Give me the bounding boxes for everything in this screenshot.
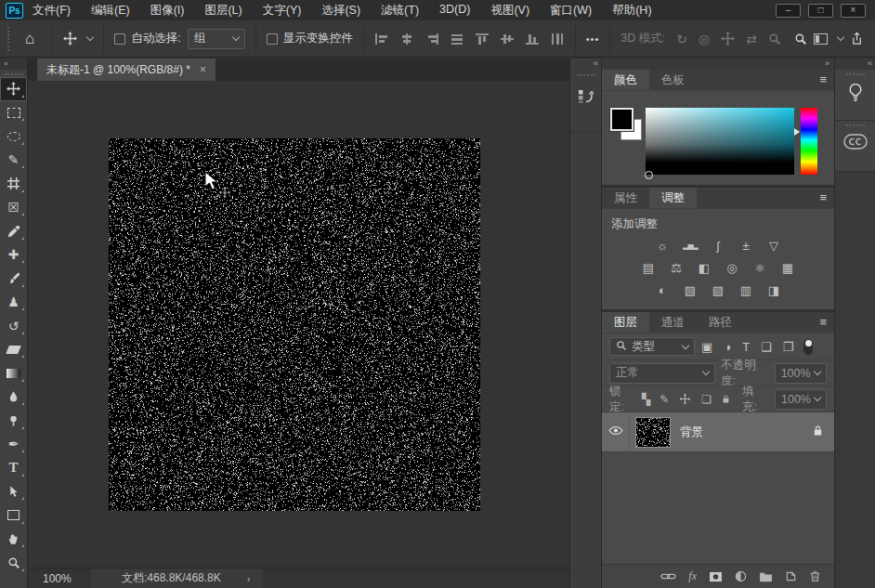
- show-transform-option[interactable]: 显示变换控件: [267, 31, 353, 46]
- filter-smart-objects-icon[interactable]: ❐: [783, 340, 794, 354]
- move-tool-preset-icon[interactable]: [63, 32, 77, 46]
- fill-dropdown[interactable]: 100%: [775, 389, 827, 410]
- tool-rectangle[interactable]: [0, 503, 27, 528]
- link-layers-button[interactable]: [660, 571, 676, 581]
- panel-menu-icon[interactable]: ≡: [819, 72, 827, 86]
- menu-item-2[interactable]: 图像(I): [150, 3, 185, 19]
- foreground-color-swatch[interactable]: [610, 108, 633, 131]
- tab-adjustments[interactable]: 调整: [649, 188, 697, 208]
- menu-item-5[interactable]: 选择(S): [321, 3, 360, 19]
- menu-item-4[interactable]: 文字(Y): [263, 3, 302, 19]
- posterize-icon[interactable]: ▨: [681, 281, 699, 298]
- align-left-icon[interactable]: [374, 33, 389, 46]
- exposure-icon[interactable]: ±: [737, 237, 755, 254]
- tab-swatches[interactable]: 色板: [649, 70, 697, 90]
- tool-dodge[interactable]: [0, 409, 27, 433]
- selective-color-icon[interactable]: ◨: [764, 281, 783, 298]
- tool-eraser[interactable]: [0, 338, 27, 362]
- tool-history-brush[interactable]: ↺: [0, 314, 27, 338]
- 3d-orbit-icon[interactable]: ↻: [676, 32, 687, 46]
- chevron-down-icon[interactable]: [837, 33, 844, 41]
- chevron-down-icon[interactable]: [86, 33, 94, 41]
- color-picker-circle[interactable]: [645, 171, 653, 179]
- layer-lock-icon[interactable]: [813, 425, 823, 439]
- close-icon[interactable]: ×: [200, 63, 206, 76]
- distribute-vertical-icon[interactable]: [450, 33, 464, 46]
- hue-saturation-icon[interactable]: ▤: [639, 259, 658, 276]
- home-icon[interactable]: ⌂: [25, 30, 34, 48]
- tool-rectangular-marquee[interactable]: [0, 101, 27, 125]
- tool-type[interactable]: T: [0, 456, 27, 480]
- creative-cloud-button[interactable]: [835, 121, 875, 172]
- maximize-button[interactable]: □: [808, 4, 833, 18]
- close-button[interactable]: ×: [841, 4, 866, 18]
- learn-panel-button[interactable]: [835, 70, 875, 121]
- auto-select-option[interactable]: 自动选择:: [114, 31, 180, 46]
- minimize-button[interactable]: –: [776, 4, 801, 18]
- brightness-contrast-icon[interactable]: ☼: [653, 237, 672, 254]
- layer-filter-toggle[interactable]: [803, 339, 813, 355]
- document-canvas-noise-image[interactable]: [109, 138, 480, 511]
- tool-eyedropper[interactable]: [0, 219, 27, 243]
- black-white-icon[interactable]: ◧: [695, 259, 713, 276]
- tool-brush[interactable]: [0, 267, 27, 291]
- document-tab[interactable]: 未标题-1 @ 100%(RGB/8#) * ×: [37, 59, 215, 81]
- layer-thumbnail[interactable]: [635, 417, 671, 448]
- tab-layers[interactable]: 图层: [602, 312, 649, 333]
- 3d-slide-icon[interactable]: ⇄: [746, 32, 757, 46]
- menu-item-1[interactable]: 编辑(E): [91, 3, 130, 19]
- hue-slider-arrow[interactable]: [794, 128, 800, 136]
- lock-pixels-icon[interactable]: ✎: [660, 393, 669, 406]
- photo-filter-icon[interactable]: ◎: [723, 259, 741, 276]
- layer-filter-type-dropdown[interactable]: 类型: [609, 337, 695, 356]
- canvas-pasteboard[interactable]: [28, 81, 569, 568]
- menu-item-9[interactable]: 窗口(W): [550, 3, 592, 19]
- vibrance-icon[interactable]: ▽: [764, 237, 783, 254]
- lock-all-icon[interactable]: [722, 394, 730, 403]
- show-transform-checkbox[interactable]: [267, 33, 278, 45]
- 3d-roll-icon[interactable]: ◎: [699, 32, 710, 46]
- tool-move[interactable]: [0, 77, 27, 101]
- hue-slider-bar[interactable]: [801, 108, 817, 175]
- menu-item-0[interactable]: 文件(F): [33, 3, 71, 19]
- lock-position-icon[interactable]: [680, 394, 691, 405]
- panels-collapse-icon[interactable]: »: [602, 59, 834, 70]
- tool-blur[interactable]: [0, 385, 27, 410]
- tool-clone-stamp[interactable]: ♟: [0, 291, 27, 315]
- layer-row-background[interactable]: 背景: [602, 412, 834, 452]
- menu-item-7[interactable]: 3D(D): [439, 3, 470, 19]
- tool-zoom[interactable]: [0, 551, 27, 575]
- edge-collapse-icon[interactable]: «: [835, 59, 875, 70]
- workspace-switcher-icon[interactable]: [814, 33, 828, 45]
- saturation-brightness-field[interactable]: [646, 108, 794, 175]
- layer-style-button[interactable]: fx: [688, 569, 697, 583]
- eye-icon[interactable]: [608, 425, 623, 438]
- tool-frame[interactable]: ☒: [0, 196, 27, 220]
- tool-crop[interactable]: [0, 172, 27, 196]
- align-center-horizontal-icon[interactable]: [399, 33, 414, 46]
- layer-name[interactable]: 背景: [680, 425, 813, 440]
- tool-spot-healing-brush[interactable]: ✚: [0, 243, 27, 268]
- share-icon[interactable]: [850, 32, 864, 46]
- menu-item-3[interactable]: 图层(L): [204, 3, 242, 19]
- panel-menu-icon[interactable]: ≡: [819, 315, 827, 329]
- menu-item-10[interactable]: 帮助(H): [612, 3, 651, 19]
- menu-item-8[interactable]: 视图(V): [490, 3, 529, 19]
- channel-mixer-icon[interactable]: ⚛: [751, 259, 769, 276]
- tab-color[interactable]: 颜色: [602, 70, 649, 90]
- delete-layer-button[interactable]: [809, 570, 821, 582]
- color-lookup-icon[interactable]: ▦: [778, 259, 797, 276]
- filter-pixel-layers-icon[interactable]: ▣: [701, 340, 712, 354]
- tab-paths[interactable]: 路径: [697, 312, 744, 333]
- more-options-icon[interactable]: •••: [586, 33, 600, 45]
- blend-mode-dropdown[interactable]: 正常: [609, 363, 715, 384]
- search-icon[interactable]: [794, 33, 807, 46]
- threshold-icon[interactable]: ▧: [709, 281, 727, 298]
- lock-artboard-icon[interactable]: ❏: [701, 393, 712, 406]
- filter-type-layers-icon[interactable]: T: [742, 340, 750, 354]
- zoom-level-field[interactable]: 100%: [28, 572, 89, 585]
- panel-menu-icon[interactable]: ≡: [819, 190, 827, 204]
- new-adjustment-layer-button[interactable]: [735, 570, 747, 582]
- add-mask-button[interactable]: [709, 571, 723, 582]
- tool-pen[interactable]: ✒: [0, 433, 27, 457]
